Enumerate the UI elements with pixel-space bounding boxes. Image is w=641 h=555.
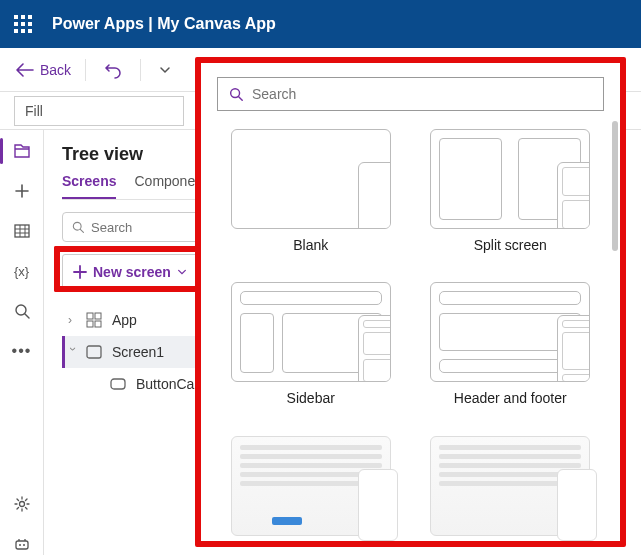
left-rail: {x} ••• (0, 130, 44, 555)
tree-search[interactable] (62, 212, 212, 242)
svg-rect-10 (95, 321, 101, 327)
app-icon (86, 312, 104, 328)
svg-point-4 (19, 544, 21, 546)
mobile-preview-icon (358, 162, 391, 229)
rail-search[interactable] (11, 300, 33, 322)
scrollbar[interactable] (612, 121, 618, 251)
svg-rect-8 (95, 313, 101, 319)
template-extra-1[interactable] (221, 436, 401, 541)
svg-rect-7 (87, 313, 93, 319)
tree-node-label: Screen1 (112, 344, 164, 360)
template-thumb (231, 282, 391, 382)
divider (85, 59, 86, 81)
top-bar: Power Apps | My Canvas App (0, 0, 641, 48)
mobile-preview-icon (557, 469, 597, 541)
app-title: Power Apps | My Canvas App (52, 15, 276, 33)
back-label: Back (40, 62, 71, 78)
back-button[interactable]: Back (16, 62, 71, 78)
mobile-preview-icon (358, 315, 391, 382)
rail-insert[interactable] (11, 180, 33, 202)
property-selector[interactable]: Fill (14, 96, 184, 126)
template-label: Sidebar (287, 390, 335, 406)
divider (140, 59, 141, 81)
template-label: Split screen (474, 237, 547, 253)
arrow-left-icon (16, 63, 34, 77)
svg-rect-3 (16, 541, 28, 549)
template-label: Header and footer (454, 390, 567, 406)
mobile-preview-icon (557, 315, 590, 382)
svg-rect-12 (111, 379, 125, 389)
screen-icon (86, 344, 104, 360)
mobile-preview-icon (358, 469, 398, 541)
tab-screens[interactable]: Screens (62, 173, 116, 199)
svg-point-2 (19, 502, 24, 507)
plus-icon (73, 265, 87, 279)
template-search-input[interactable] (252, 86, 593, 102)
template-search[interactable] (217, 77, 604, 111)
template-thumb (231, 436, 391, 536)
rail-more[interactable]: ••• (11, 340, 33, 362)
svg-rect-9 (87, 321, 93, 327)
template-extra-2[interactable] (421, 436, 601, 541)
tree-node-label: App (112, 312, 137, 328)
svg-rect-11 (87, 346, 101, 358)
new-screen-label: New screen (93, 264, 171, 280)
svg-rect-0 (15, 225, 29, 237)
product-name: Power Apps (52, 15, 144, 32)
new-screen-popup: Blank Split screen Sidebar (195, 57, 626, 547)
undo-button[interactable] (100, 61, 126, 79)
search-icon (71, 220, 85, 234)
search-icon (228, 86, 244, 102)
undo-dropdown[interactable] (155, 64, 175, 76)
rail-tree-view[interactable] (11, 140, 33, 162)
app-name: My Canvas App (157, 15, 276, 32)
rail-variables[interactable]: {x} (11, 260, 33, 282)
template-grid: Blank Split screen Sidebar (217, 129, 604, 541)
chevron-down-icon: › (66, 347, 80, 357)
svg-point-5 (23, 544, 25, 546)
chevron-right-icon: › (68, 313, 78, 327)
template-blank[interactable]: Blank (221, 129, 401, 258)
template-header-footer[interactable]: Header and footer (421, 282, 601, 411)
property-name: Fill (25, 103, 43, 119)
rail-settings[interactable] (11, 493, 33, 515)
template-split-screen[interactable]: Split screen (421, 129, 601, 258)
button-icon (110, 378, 128, 390)
svg-point-6 (73, 222, 81, 230)
template-thumb (430, 129, 590, 229)
template-thumb (430, 282, 590, 382)
rail-virtual-agent[interactable] (11, 533, 33, 555)
new-screen-button[interactable]: New screen (62, 254, 198, 290)
waffle-icon[interactable] (14, 15, 32, 33)
template-thumb (430, 436, 590, 536)
template-label: Blank (293, 237, 328, 253)
svg-point-1 (16, 305, 26, 315)
template-sidebar[interactable]: Sidebar (221, 282, 401, 411)
template-thumb (231, 129, 391, 229)
chevron-down-icon (177, 267, 187, 277)
mobile-preview-icon (557, 162, 590, 229)
rail-data[interactable] (11, 220, 33, 242)
